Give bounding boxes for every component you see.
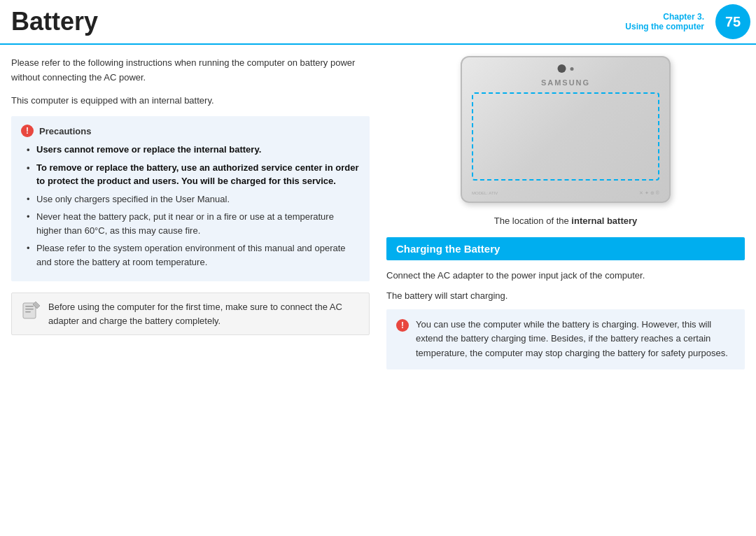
precaution-item-2: To remove or replace the battery, use an… bbox=[27, 161, 360, 188]
precautions-box: ! Precautions Users cannot remove or rep… bbox=[11, 116, 370, 281]
device-model-text: MODEL: ATIV bbox=[472, 191, 498, 195]
svg-rect-1 bbox=[25, 306, 34, 307]
note-box: Before using the computer for the first … bbox=[11, 292, 370, 335]
charging-text-2: The battery will start charging. bbox=[386, 289, 745, 304]
note-pencil-icon bbox=[22, 300, 41, 320]
samsung-logo: SAMSUNG bbox=[541, 78, 590, 87]
precaution-item-4: Never heat the battery pack, put it near… bbox=[27, 210, 360, 237]
main-content: Please refer to the following instructio… bbox=[0, 45, 756, 381]
chapter-info-area: Chapter 3. Using the computer 75 bbox=[617, 0, 756, 43]
chapter-label: Chapter 3. bbox=[625, 12, 704, 22]
charging-warning-box: ! You can use the computer while the bat… bbox=[386, 309, 745, 369]
page-header: Battery Chapter 3. Using the computer 75 bbox=[0, 0, 756, 45]
chapter-sub: Using the computer bbox=[625, 22, 704, 31]
intro-text-2: This computer is equipped with an intern… bbox=[11, 94, 370, 108]
charging-text-1: Connect the AC adapter to the power inpu… bbox=[386, 269, 745, 283]
chapter-info: Chapter 3. Using the computer bbox=[617, 0, 713, 43]
left-column: Please refer to the following instructio… bbox=[11, 56, 370, 369]
device-bottom-info: MODEL: ATIV ✕ ✦ ⊕ ® bbox=[472, 190, 659, 196]
dotted-border-overlay bbox=[472, 92, 659, 181]
camera-lens bbox=[558, 64, 566, 73]
right-column: SAMSUNG MODEL: ATIV ✕ ✦ ⊕ ® The location… bbox=[386, 56, 745, 369]
camera-dot bbox=[570, 67, 574, 71]
precautions-title: Precautions bbox=[39, 126, 91, 136]
device-camera bbox=[558, 64, 574, 73]
intro-text-1: Please refer to the following instructio… bbox=[11, 56, 370, 85]
svg-rect-3 bbox=[25, 311, 31, 313]
device-compliance-icons: ✕ ✦ ⊕ ® bbox=[639, 190, 659, 196]
precaution-item-5: Please refer to the system operation env… bbox=[27, 241, 360, 269]
charging-section-header: Charging the Battery bbox=[386, 237, 745, 260]
svg-rect-2 bbox=[25, 309, 34, 310]
device-body: SAMSUNG MODEL: ATIV ✕ ✦ ⊕ ® bbox=[461, 56, 671, 203]
precaution-item-3: Use only chargers specified in the User … bbox=[27, 192, 360, 206]
image-caption-bold: internal battery bbox=[571, 216, 637, 226]
device-image: SAMSUNG MODEL: ATIV ✕ ✦ ⊕ ® bbox=[454, 56, 678, 210]
precautions-list: Users cannot remove or replace the inter… bbox=[21, 143, 360, 269]
page-title: Battery bbox=[11, 9, 98, 34]
precaution-item-1: Users cannot remove or replace the inter… bbox=[27, 143, 360, 157]
precautions-header: ! Precautions bbox=[21, 125, 360, 137]
charging-warning-icon: ! bbox=[396, 319, 409, 332]
image-caption-prefix: The location of the bbox=[494, 216, 572, 226]
device-image-container: SAMSUNG MODEL: ATIV ✕ ✦ ⊕ ® The location… bbox=[386, 56, 745, 226]
note-text: Before using the computer for the first … bbox=[48, 300, 359, 327]
page-number-badge: 75 bbox=[715, 4, 750, 39]
image-caption: The location of the internal battery bbox=[386, 216, 745, 226]
precautions-warning-icon: ! bbox=[21, 125, 34, 137]
charging-warning-text: You can use the computer while the batte… bbox=[416, 318, 735, 361]
